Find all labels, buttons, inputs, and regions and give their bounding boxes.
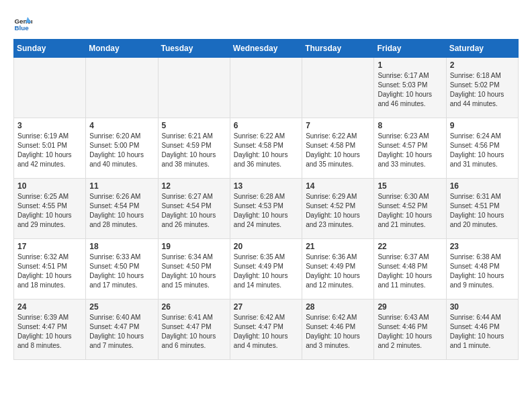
day-number: 3	[17, 121, 82, 130]
calendar-cell: 30Sunrise: 6:44 AM Sunset: 4:46 PM Dayli…	[446, 300, 518, 360]
day-number: 5	[162, 121, 226, 130]
header-friday: Friday	[374, 40, 446, 58]
day-info: Sunrise: 6:21 AM Sunset: 4:59 PM Dayligh…	[162, 132, 226, 169]
calendar-cell	[14, 58, 86, 118]
calendar-cell: 21Sunrise: 6:36 AM Sunset: 4:49 PM Dayli…	[302, 239, 374, 300]
day-number: 4	[89, 121, 154, 130]
day-info: Sunrise: 6:41 AM Sunset: 4:47 PM Dayligh…	[162, 313, 226, 351]
day-info: Sunrise: 6:17 AM Sunset: 5:03 PM Dayligh…	[378, 71, 442, 109]
day-info: Sunrise: 6:33 AM Sunset: 4:50 PM Dayligh…	[89, 253, 154, 290]
day-info: Sunrise: 6:20 AM Sunset: 5:00 PM Dayligh…	[89, 132, 154, 169]
day-number: 7	[306, 121, 370, 130]
day-number: 28	[306, 302, 370, 312]
calendar-cell: 15Sunrise: 6:30 AM Sunset: 4:52 PM Dayli…	[374, 179, 446, 239]
day-number: 16	[450, 181, 515, 191]
header-sunday: Sunday	[14, 40, 86, 58]
day-number: 1	[378, 60, 442, 70]
calendar-cell: 22Sunrise: 6:37 AM Sunset: 4:48 PM Dayli…	[374, 239, 446, 300]
calendar-cell: 14Sunrise: 6:29 AM Sunset: 4:52 PM Dayli…	[302, 179, 374, 239]
calendar-cell: 1Sunrise: 6:17 AM Sunset: 5:03 PM Daylig…	[374, 58, 446, 118]
day-number: 22	[378, 242, 442, 251]
calendar-cell: 12Sunrise: 6:27 AM Sunset: 4:54 PM Dayli…	[158, 179, 230, 239]
day-info: Sunrise: 6:32 AM Sunset: 4:51 PM Dayligh…	[17, 253, 82, 290]
day-number: 10	[17, 181, 82, 191]
day-number: 20	[234, 242, 298, 251]
calendar-week-row: 24Sunrise: 6:39 AM Sunset: 4:47 PM Dayli…	[14, 300, 519, 360]
calendar-cell	[158, 58, 230, 118]
calendar-cell: 4Sunrise: 6:20 AM Sunset: 5:00 PM Daylig…	[86, 118, 158, 179]
day-info: Sunrise: 6:40 AM Sunset: 4:47 PM Dayligh…	[89, 313, 154, 351]
day-info: Sunrise: 6:27 AM Sunset: 4:54 PM Dayligh…	[162, 192, 226, 230]
day-number: 15	[378, 181, 442, 191]
day-number: 17	[17, 242, 82, 251]
day-info: Sunrise: 6:22 AM Sunset: 4:58 PM Dayligh…	[234, 132, 298, 169]
day-number: 30	[450, 302, 515, 312]
calendar-cell: 9Sunrise: 6:24 AM Sunset: 4:56 PM Daylig…	[446, 118, 518, 179]
calendar-cell: 24Sunrise: 6:39 AM Sunset: 4:47 PM Dayli…	[14, 300, 86, 360]
header-saturday: Saturday	[446, 40, 518, 58]
day-info: Sunrise: 6:25 AM Sunset: 4:55 PM Dayligh…	[17, 192, 82, 230]
calendar-header-row: SundayMondayTuesdayWednesdayThursdayFrid…	[14, 40, 519, 58]
day-info: Sunrise: 6:44 AM Sunset: 4:46 PM Dayligh…	[450, 313, 515, 351]
calendar-week-row: 10Sunrise: 6:25 AM Sunset: 4:55 PM Dayli…	[14, 179, 519, 239]
calendar-week-row: 1Sunrise: 6:17 AM Sunset: 5:03 PM Daylig…	[14, 58, 519, 118]
calendar-cell: 16Sunrise: 6:31 AM Sunset: 4:51 PM Dayli…	[446, 179, 518, 239]
header-tuesday: Tuesday	[158, 40, 230, 58]
calendar-cell: 18Sunrise: 6:33 AM Sunset: 4:50 PM Dayli…	[86, 239, 158, 300]
day-info: Sunrise: 6:38 AM Sunset: 4:48 PM Dayligh…	[450, 253, 515, 290]
calendar-cell: 5Sunrise: 6:21 AM Sunset: 4:59 PM Daylig…	[158, 118, 230, 179]
day-info: Sunrise: 6:29 AM Sunset: 4:52 PM Dayligh…	[306, 192, 370, 230]
day-info: Sunrise: 6:28 AM Sunset: 4:53 PM Dayligh…	[234, 192, 298, 230]
day-number: 11	[89, 181, 154, 191]
day-number: 12	[162, 181, 226, 191]
calendar-cell: 3Sunrise: 6:19 AM Sunset: 5:01 PM Daylig…	[14, 118, 86, 179]
day-info: Sunrise: 6:37 AM Sunset: 4:48 PM Dayligh…	[378, 253, 442, 290]
day-info: Sunrise: 6:23 AM Sunset: 4:57 PM Dayligh…	[378, 132, 442, 169]
calendar-cell: 28Sunrise: 6:42 AM Sunset: 4:46 PM Dayli…	[302, 300, 374, 360]
calendar-cell	[230, 58, 302, 118]
calendar-cell: 11Sunrise: 6:26 AM Sunset: 4:54 PM Dayli…	[86, 179, 158, 239]
day-number: 24	[17, 302, 82, 312]
day-number: 27	[234, 302, 298, 312]
calendar-table: SundayMondayTuesdayWednesdayThursdayFrid…	[13, 39, 519, 360]
day-number: 18	[89, 242, 154, 251]
header-wednesday: Wednesday	[230, 40, 302, 58]
day-info: Sunrise: 6:42 AM Sunset: 4:47 PM Dayligh…	[234, 313, 298, 351]
logo: General Blue	[13, 13, 35, 32]
calendar-cell: 29Sunrise: 6:43 AM Sunset: 4:46 PM Dayli…	[374, 300, 446, 360]
calendar-cell: 27Sunrise: 6:42 AM Sunset: 4:47 PM Dayli…	[230, 300, 302, 360]
calendar-cell: 10Sunrise: 6:25 AM Sunset: 4:55 PM Dayli…	[14, 179, 86, 239]
calendar-cell: 20Sunrise: 6:35 AM Sunset: 4:49 PM Dayli…	[230, 239, 302, 300]
day-number: 19	[162, 242, 226, 251]
calendar-cell: 19Sunrise: 6:34 AM Sunset: 4:50 PM Dayli…	[158, 239, 230, 300]
day-number: 14	[306, 181, 370, 191]
day-info: Sunrise: 6:30 AM Sunset: 4:52 PM Dayligh…	[378, 192, 442, 230]
calendar-week-row: 17Sunrise: 6:32 AM Sunset: 4:51 PM Dayli…	[14, 239, 519, 300]
day-info: Sunrise: 6:24 AM Sunset: 4:56 PM Dayligh…	[450, 132, 515, 169]
day-number: 21	[306, 242, 370, 251]
day-number: 9	[450, 121, 515, 130]
svg-text:Blue: Blue	[14, 24, 29, 32]
logo-icon: General Blue	[13, 13, 32, 32]
day-info: Sunrise: 6:42 AM Sunset: 4:46 PM Dayligh…	[306, 313, 370, 351]
day-info: Sunrise: 6:26 AM Sunset: 4:54 PM Dayligh…	[89, 192, 154, 230]
calendar-cell: 8Sunrise: 6:23 AM Sunset: 4:57 PM Daylig…	[374, 118, 446, 179]
day-number: 23	[450, 242, 515, 251]
calendar-cell	[302, 58, 374, 118]
day-number: 6	[234, 121, 298, 130]
day-number: 8	[378, 121, 442, 130]
day-number: 13	[234, 181, 298, 191]
day-info: Sunrise: 6:43 AM Sunset: 4:46 PM Dayligh…	[378, 313, 442, 351]
calendar-cell: 25Sunrise: 6:40 AM Sunset: 4:47 PM Dayli…	[86, 300, 158, 360]
day-info: Sunrise: 6:34 AM Sunset: 4:50 PM Dayligh…	[162, 253, 226, 290]
day-number: 26	[162, 302, 226, 312]
day-info: Sunrise: 6:35 AM Sunset: 4:49 PM Dayligh…	[234, 253, 298, 290]
day-info: Sunrise: 6:22 AM Sunset: 4:58 PM Dayligh…	[306, 132, 370, 169]
day-info: Sunrise: 6:19 AM Sunset: 5:01 PM Dayligh…	[17, 132, 82, 169]
page-header: General Blue	[13, 13, 519, 32]
day-info: Sunrise: 6:36 AM Sunset: 4:49 PM Dayligh…	[306, 253, 370, 290]
calendar-cell: 23Sunrise: 6:38 AM Sunset: 4:48 PM Dayli…	[446, 239, 518, 300]
calendar-cell: 17Sunrise: 6:32 AM Sunset: 4:51 PM Dayli…	[14, 239, 86, 300]
calendar-cell: 6Sunrise: 6:22 AM Sunset: 4:58 PM Daylig…	[230, 118, 302, 179]
day-number: 29	[378, 302, 442, 312]
